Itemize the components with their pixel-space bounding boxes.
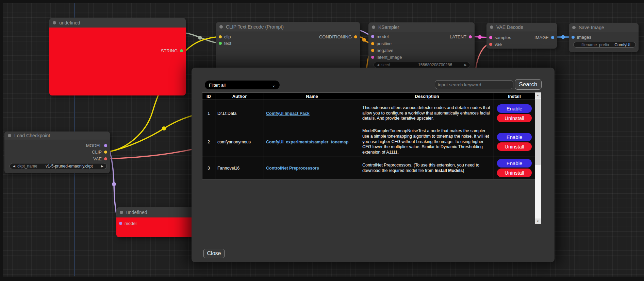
search-button[interactable]: Search xyxy=(515,79,542,90)
cell-id: 1 xyxy=(202,100,215,127)
slot-label: IMAGE xyxy=(534,35,549,40)
cell-name: ComfyUI Impact Pack xyxy=(264,100,360,127)
text-port-dot[interactable] xyxy=(219,42,222,45)
enable-button[interactable]: Enable xyxy=(497,133,532,141)
seed-decrement-arrow[interactable]: ◀ xyxy=(377,64,379,67)
slot-label: images xyxy=(577,35,591,40)
node-title: Save Image xyxy=(579,25,604,30)
images-port-dot[interactable] xyxy=(572,36,575,39)
output-slot-vae[interactable]: VAE xyxy=(93,156,107,161)
node-save-image-header[interactable]: Save Image xyxy=(569,23,639,32)
node-undefined-bottom[interactable]: undefined model xyxy=(116,207,195,237)
input-slot-positive[interactable]: positive xyxy=(371,41,392,46)
filename-prefix-widget[interactable]: filename_prefix ComfyUI xyxy=(573,42,636,48)
table-row: 3 Fannovel16 ControlNet Preprocessors Co… xyxy=(202,157,535,179)
extension-link[interactable]: ControlNet Preprocessors xyxy=(266,166,319,171)
output-slot-image[interactable]: IMAGE xyxy=(534,35,554,40)
node-load-checkpoint[interactable]: Load Checkpoint MODEL CLIP VAE ◀ ckpt_na… xyxy=(4,131,110,173)
input-slot-vae[interactable]: vae xyxy=(489,42,502,47)
node-status-dot xyxy=(53,21,56,24)
custom-nodes-manager-dialog: Filter: all ⌄ Search ID Author Name Desc… xyxy=(192,68,555,262)
output-slot-model[interactable]: MODEL xyxy=(86,143,107,148)
node-vae-decode[interactable]: VAE Decode samples vae IMAGE xyxy=(486,23,557,49)
input-slot-samples[interactable]: samples xyxy=(489,35,511,40)
ckpt-name-label: ckpt_name xyxy=(17,164,37,169)
latent-image-port-dot[interactable] xyxy=(371,56,374,59)
description-text: ModelSamplerTonemapNoiseTest a node that… xyxy=(362,128,489,155)
clip-port-dot[interactable] xyxy=(219,35,222,38)
node-undefined-bottom-header[interactable]: undefined xyxy=(116,207,195,218)
node-vae-decode-header[interactable]: VAE Decode xyxy=(486,23,557,32)
extension-link[interactable]: ComfyUI Impact Pack xyxy=(266,111,310,116)
string-port-dot[interactable] xyxy=(180,49,183,52)
conditioning-port-dot[interactable] xyxy=(354,35,357,38)
input-slot-images[interactable]: images xyxy=(572,35,591,39)
vae-port-dot[interactable] xyxy=(104,157,107,160)
table-scrollbar[interactable]: ▲ ▼ xyxy=(535,92,541,224)
seed-widget[interactable]: ◀ seed 156680208700286 ▶ xyxy=(374,62,470,68)
table-header-row: ID Author Name Description Install xyxy=(202,93,535,100)
output-slot-string[interactable]: STRING xyxy=(161,48,183,53)
input-slot-latent-image[interactable]: latent_image xyxy=(371,55,402,59)
input-slot-model[interactable]: model xyxy=(119,221,136,226)
slot-label: samples xyxy=(495,35,511,40)
enable-button[interactable]: Enable xyxy=(497,104,532,113)
enable-button[interactable]: Enable xyxy=(497,159,532,168)
search-input[interactable] xyxy=(435,80,513,89)
node-ksampler-header[interactable]: KSampler xyxy=(368,22,475,32)
scrollbar-down-arrow-icon[interactable]: ▼ xyxy=(535,218,541,224)
uninstall-button[interactable]: Uninstall xyxy=(497,169,532,177)
extension-link[interactable]: ComfyUI_experiments/sampler_tonemap xyxy=(266,140,348,144)
ckpt-next-arrow[interactable]: ▶ xyxy=(101,165,103,168)
negative-port-dot[interactable] xyxy=(371,49,374,52)
extension-table-container: ID Author Name Description Install 1 Dr.… xyxy=(202,92,541,224)
table-row: 2 comfyanonymous ComfyUI_experiments/sam… xyxy=(202,127,535,157)
positive-port-dot[interactable] xyxy=(371,42,374,45)
input-slot-model[interactable]: model xyxy=(371,34,389,39)
vae-port-dot[interactable] xyxy=(489,43,492,46)
node-title: Load Checkpoint xyxy=(14,133,50,138)
table-row: 1 Dr.Lt.Data ComfyUI Impact Pack This ex… xyxy=(202,100,535,127)
filename-prefix-value[interactable]: ComfyUI xyxy=(614,42,632,47)
column-header-description: Description xyxy=(360,93,494,100)
chevron-down-icon: ⌄ xyxy=(272,83,276,87)
latent-port-dot[interactable] xyxy=(469,35,472,38)
node-clip-text-encode-header[interactable]: CLIP Text Encode (Prompt) xyxy=(216,22,360,32)
node-ksampler[interactable]: KSampler model positive negative latent_… xyxy=(368,22,475,70)
output-slot-clip[interactable]: CLIP xyxy=(92,150,107,154)
close-button[interactable]: Close xyxy=(203,249,225,258)
column-header-author: Author xyxy=(215,93,264,100)
slot-label: VAE xyxy=(93,156,102,161)
model-port-dot[interactable] xyxy=(371,35,374,38)
seed-widget-value[interactable]: 156680208700286 xyxy=(418,63,452,67)
filter-select[interactable]: Filter: all ⌄ xyxy=(205,81,280,89)
uninstall-button[interactable]: Uninstall xyxy=(497,142,532,151)
node-undefined-top[interactable]: undefined STRING xyxy=(49,18,186,95)
comfyui-screen: undefined STRING CLIP Text Encode (Promp… xyxy=(0,0,644,281)
node-load-checkpoint-header[interactable]: Load Checkpoint xyxy=(4,131,110,140)
node-save-image[interactable]: Save Image images filename_prefix ComfyU… xyxy=(569,23,639,52)
uninstall-button[interactable]: Uninstall xyxy=(497,114,532,122)
scrollbar-thumb[interactable] xyxy=(535,99,541,165)
ckpt-name-widget[interactable]: ◀ ckpt_name v1-5-pruned-emaonly.ckpt ▶ xyxy=(10,163,107,169)
input-slot-negative[interactable]: negative xyxy=(371,48,393,53)
seed-increment-arrow[interactable]: ▶ xyxy=(464,64,467,67)
description-tail-text: ) xyxy=(463,168,464,173)
input-slot-text[interactable]: text xyxy=(219,41,231,46)
node-clip-text-encode[interactable]: CLIP Text Encode (Prompt) clip text COND… xyxy=(216,22,360,71)
model-port-dot[interactable] xyxy=(104,144,107,147)
ckpt-name-value[interactable]: v1-5-pruned-emaonly.ckpt xyxy=(46,164,93,169)
cell-description: This extension offers various detector n… xyxy=(360,100,494,127)
node-undefined-top-header[interactable]: undefined xyxy=(49,18,186,28)
image-port-dot[interactable] xyxy=(551,36,554,39)
input-slot-clip[interactable]: clip xyxy=(219,34,231,39)
clip-port-dot[interactable] xyxy=(104,151,107,154)
output-slot-conditioning[interactable]: CONDITIONING xyxy=(319,34,357,39)
output-slot-latent[interactable]: LATENT xyxy=(450,34,472,39)
seed-widget-label: seed xyxy=(381,63,390,67)
model-port-dot[interactable] xyxy=(119,222,122,225)
ckpt-prev-arrow[interactable]: ◀ xyxy=(13,165,15,168)
node-status-dot xyxy=(490,25,493,29)
scrollbar-up-arrow-icon[interactable]: ▲ xyxy=(535,92,541,98)
samples-port-dot[interactable] xyxy=(489,36,492,39)
